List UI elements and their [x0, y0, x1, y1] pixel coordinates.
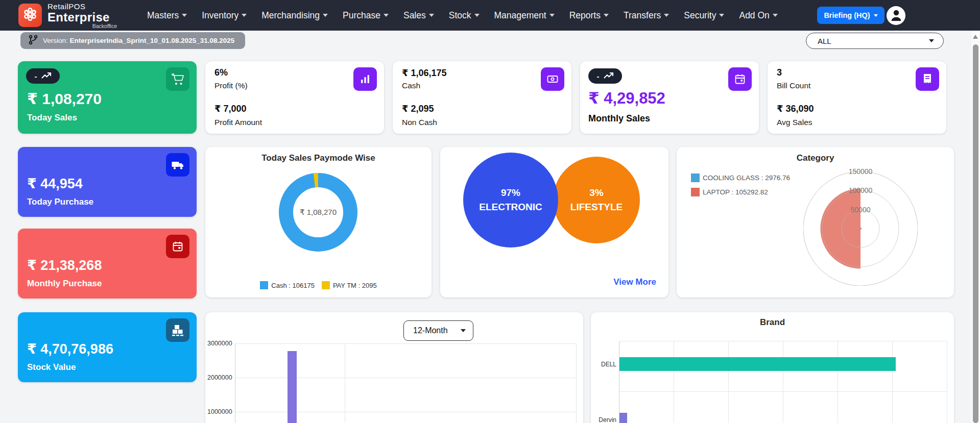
laptop-swatch	[691, 188, 700, 196]
brand-chart-title: Brand	[591, 317, 954, 328]
menu-reports[interactable]: Reports	[569, 10, 609, 21]
today-sales-value: ₹ 1,08,270	[27, 90, 102, 108]
trending-up-icon	[41, 72, 52, 81]
avg-sales-value: ₹ 36,090	[777, 103, 814, 114]
bar-chart-icon	[353, 67, 377, 91]
branch-filter-select[interactable]: ALL	[806, 33, 944, 49]
period-select[interactable]: 12-Month	[403, 320, 473, 341]
brand-text: RetailPOS Enterprise Backoffice	[47, 3, 119, 29]
stock-value-value: ₹ 4,70,76,986	[27, 341, 113, 357]
menu-sales[interactable]: Sales	[403, 10, 434, 21]
legend-cooling-glass[interactable]: COOLING GLASS : 2976.76	[691, 173, 790, 182]
chevron-down-icon	[719, 14, 724, 17]
lifestyle-pct: 3%	[589, 186, 603, 201]
menu-stock[interactable]: Stock	[449, 10, 480, 21]
brand-chart-card: Brand DELL Dervin	[591, 312, 954, 423]
monthly-sales-bar[interactable]	[288, 351, 297, 423]
cash-value: ₹ 1,06,175	[402, 67, 447, 79]
monthly-sales-value: ₹ 4,29,852	[588, 89, 665, 108]
cash-card: ₹ 1,06,175 Cash ₹ 2,095 Non Cash	[393, 61, 571, 134]
chevron-down-icon	[929, 39, 934, 42]
chevron-down-icon	[384, 14, 389, 17]
menu-purchase[interactable]: Purchase	[343, 10, 389, 21]
gridline	[619, 391, 947, 392]
stock-value-card: ₹ 4,70,76,986 Stock Value	[18, 312, 197, 382]
user-avatar[interactable]	[887, 6, 905, 25]
dervin-bar[interactable]	[619, 413, 627, 423]
today-purchase-label: Today Purchase	[27, 197, 93, 207]
chevron-down-icon	[874, 14, 878, 17]
category-legend: COOLING GLASS : 2976.76 LAPTOP : 105292.…	[691, 173, 790, 196]
chevron-down-icon	[664, 14, 669, 17]
menu-management[interactable]: Management	[494, 10, 555, 21]
electronic-name: ELECTRONIC	[479, 200, 542, 215]
monthly-sales-label: Monthly Sales	[588, 113, 650, 124]
main-menu: Masters Inventory Merchandising Purchase…	[147, 0, 778, 31]
y-axis-line	[619, 341, 619, 423]
chevron-down-icon	[242, 14, 247, 17]
chevron-down-icon	[323, 14, 328, 17]
pallet-boxes-icon	[166, 318, 189, 342]
lifestyle-bubble[interactable]: 3% LIFESTYLE	[553, 157, 640, 243]
menu-security[interactable]: Security	[684, 10, 724, 21]
profit-percent-value: 6%	[214, 67, 228, 78]
ytick-1000000: 1000000	[207, 408, 232, 415]
legend-paytm[interactable]: PAY TM : 2095	[322, 281, 377, 289]
gridline	[235, 412, 576, 412]
legend-laptop[interactable]: LAPTOP : 105292.82	[691, 188, 790, 196]
menu-masters[interactable]: Masters	[147, 10, 187, 21]
menu-merchandising[interactable]: Merchandising	[261, 10, 328, 21]
category-share-card: 3% LIFESTYLE 97% ELECTRONIC View More	[440, 147, 668, 297]
gridline	[892, 341, 893, 423]
chevron-down-icon	[549, 14, 555, 17]
paytm-swatch	[322, 281, 330, 289]
bill-count-card: 3 Bill Count ₹ 36,090 Avg Sales	[768, 61, 946, 134]
rtick-50000: 50000	[803, 206, 918, 214]
scroll-up-arrow[interactable]	[973, 35, 978, 39]
chevron-down-icon	[182, 14, 187, 17]
paymode-chart-card: Today Sales Paymode Wise ₹ 1,08,270 Cash…	[205, 147, 432, 297]
today-sales-label: Today Sales	[27, 113, 77, 123]
calendar-icon	[166, 235, 189, 258]
retailpos-logo[interactable]	[18, 4, 42, 27]
monthly-purchase-card: ₹ 21,38,268 Monthly Purchase	[18, 229, 197, 298]
dashboard-screen: RetailPOS Enterprise Backoffice Masters …	[0, 0, 980, 423]
gridline	[947, 341, 947, 423]
monthly-purchase-value: ₹ 21,38,268	[27, 257, 102, 273]
menu-add-on[interactable]: Add On	[739, 10, 777, 21]
electronic-bubble[interactable]: 97% ELECTRONIC	[463, 153, 558, 247]
top-navbar: RetailPOS Enterprise Backoffice Masters …	[0, 0, 980, 31]
brand-label-dervin: Dervin	[592, 416, 616, 423]
noncash-value: ₹ 2,095	[402, 103, 434, 114]
rtick-150000: 150000	[803, 167, 918, 176]
dell-bar[interactable]	[619, 357, 896, 371]
branch-filter-value: ALL	[818, 37, 929, 45]
cash-label: Cash	[402, 81, 420, 90]
paymode-donut-chart: ₹ 1,08,270	[272, 166, 364, 260]
briefing-hq-button[interactable]: Briefing (HQ)	[817, 7, 885, 24]
vertical-scrollbar	[971, 31, 980, 423]
gridline	[674, 341, 674, 423]
ytick-2000000: 2000000	[207, 374, 232, 381]
person-icon	[889, 7, 904, 24]
truck-icon	[166, 153, 189, 177]
scrollbar-thumb[interactable]	[973, 44, 978, 423]
chevron-down-icon	[461, 329, 466, 332]
avg-sales-label: Avg Sales	[777, 118, 812, 127]
menu-inventory[interactable]: Inventory	[202, 10, 247, 21]
cart-icon	[166, 67, 189, 91]
period-value: 12-Month	[413, 326, 461, 335]
lifestyle-name: LIFESTYLE	[570, 200, 623, 215]
monthly-purchase-label: Monthly Purchase	[27, 279, 102, 289]
legend-cash[interactable]: Cash : 106175	[260, 281, 315, 289]
banknote-icon	[541, 67, 564, 91]
chevron-down-icon	[474, 14, 480, 17]
electronic-pct: 97%	[501, 186, 520, 201]
brand-label-dell: DELL	[592, 361, 616, 368]
view-more-link[interactable]: View More	[613, 277, 656, 287]
gridline	[619, 341, 947, 341]
flower-logo-icon	[22, 7, 38, 24]
ytick-3000000: 3000000	[207, 340, 232, 347]
menu-transfers[interactable]: Transfers	[624, 10, 669, 21]
paymode-legend: Cash : 106175 PAY TM : 2095	[205, 281, 432, 289]
